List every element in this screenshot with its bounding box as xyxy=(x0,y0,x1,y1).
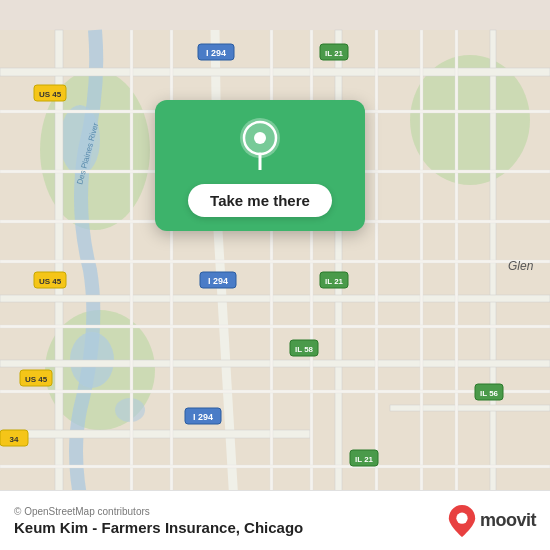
svg-text:IL 58: IL 58 xyxy=(295,345,314,354)
svg-text:IL 21: IL 21 xyxy=(355,455,374,464)
svg-text:I 294: I 294 xyxy=(193,412,213,422)
svg-rect-13 xyxy=(390,405,550,411)
svg-text:US 45: US 45 xyxy=(39,277,62,286)
moovit-logo: moovit xyxy=(448,505,536,537)
map-svg: I 294 US 45 IL 21 US 45 I 294 IL 21 IL 5… xyxy=(0,0,550,550)
location-card: Take me there xyxy=(155,100,365,231)
location-name: Keum Kim - Farmers Insurance, Chicago xyxy=(14,519,303,536)
svg-rect-10 xyxy=(0,68,550,76)
svg-point-58 xyxy=(456,512,467,523)
map-attribution: © OpenStreetMap contributors xyxy=(14,506,303,517)
svg-rect-21 xyxy=(455,30,458,520)
svg-rect-19 xyxy=(375,30,378,520)
svg-text:US 45: US 45 xyxy=(25,375,48,384)
svg-rect-14 xyxy=(0,430,310,438)
svg-text:I 294: I 294 xyxy=(206,48,226,58)
svg-rect-9 xyxy=(490,30,496,520)
svg-rect-12 xyxy=(0,360,550,367)
svg-text:US 45: US 45 xyxy=(39,90,62,99)
svg-text:IL 56: IL 56 xyxy=(480,389,499,398)
svg-text:IL 21: IL 21 xyxy=(325,49,344,58)
svg-text:IL 21: IL 21 xyxy=(325,277,344,286)
moovit-text: moovit xyxy=(480,510,536,531)
svg-text:34: 34 xyxy=(10,435,19,444)
svg-rect-25 xyxy=(0,260,550,263)
svg-point-57 xyxy=(254,132,266,144)
svg-rect-15 xyxy=(130,30,133,520)
svg-text:I 294: I 294 xyxy=(208,276,228,286)
bottom-bar: © OpenStreetMap contributors Keum Kim - … xyxy=(0,490,550,550)
svg-rect-28 xyxy=(0,465,550,468)
moovit-pin-icon xyxy=(448,505,476,537)
bottom-info: © OpenStreetMap contributors Keum Kim - … xyxy=(14,506,303,536)
svg-rect-20 xyxy=(420,30,423,520)
svg-rect-26 xyxy=(0,325,550,328)
svg-text:Glen: Glen xyxy=(508,259,534,273)
svg-rect-11 xyxy=(0,295,550,302)
location-pin-icon xyxy=(238,118,282,174)
take-me-there-button[interactable]: Take me there xyxy=(188,184,332,217)
svg-rect-27 xyxy=(0,390,550,393)
map-container: I 294 US 45 IL 21 US 45 I 294 IL 21 IL 5… xyxy=(0,0,550,550)
